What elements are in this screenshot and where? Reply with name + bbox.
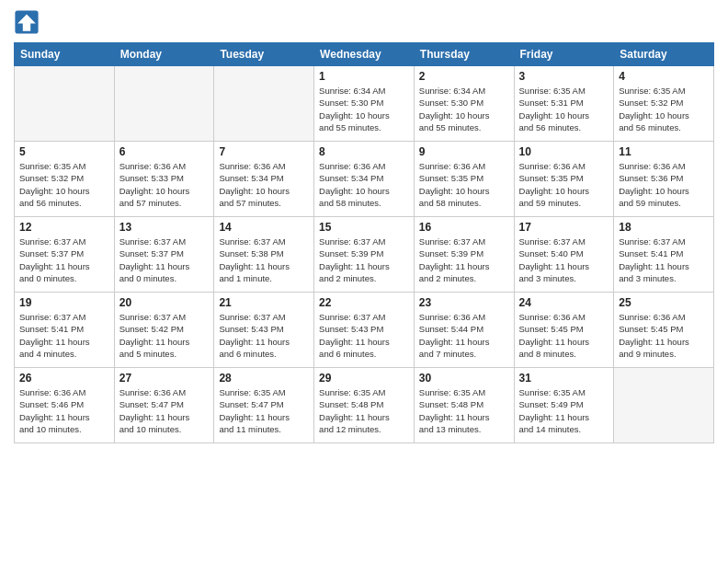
calendar-cell: 11Sunrise: 6:36 AM Sunset: 5:36 PM Dayli… [614, 142, 714, 217]
day-info: Sunrise: 6:37 AM Sunset: 5:43 PM Dayligh… [319, 311, 409, 360]
calendar-cell: 8Sunrise: 6:36 AM Sunset: 5:34 PM Daylig… [314, 142, 415, 217]
week-row-4: 19Sunrise: 6:37 AM Sunset: 5:41 PM Dayli… [15, 293, 714, 368]
calendar-cell: 14Sunrise: 6:37 AM Sunset: 5:38 PM Dayli… [214, 217, 314, 293]
day-info: Sunrise: 6:35 AM Sunset: 5:31 PM Dayligh… [519, 85, 609, 133]
week-row-2: 5Sunrise: 6:35 AM Sunset: 5:32 PM Daylig… [15, 142, 714, 217]
day-info: Sunrise: 6:36 AM Sunset: 5:46 PM Dayligh… [19, 386, 109, 435]
calendar-cell: 4Sunrise: 6:35 AM Sunset: 5:32 PM Daylig… [614, 66, 714, 142]
calendar-cell: 19Sunrise: 6:37 AM Sunset: 5:41 PM Dayli… [15, 293, 115, 368]
day-number: 25 [619, 296, 709, 309]
day-number: 16 [419, 221, 509, 234]
calendar-cell: 23Sunrise: 6:36 AM Sunset: 5:44 PM Dayli… [414, 293, 514, 368]
day-number: 28 [219, 372, 309, 385]
calendar-cell: 6Sunrise: 6:36 AM Sunset: 5:33 PM Daylig… [114, 142, 214, 217]
day-info: Sunrise: 6:36 AM Sunset: 5:34 PM Dayligh… [319, 160, 409, 209]
day-info: Sunrise: 6:35 AM Sunset: 5:49 PM Dayligh… [519, 386, 609, 435]
day-number: 3 [519, 70, 609, 83]
day-number: 29 [319, 372, 409, 385]
day-number: 13 [119, 221, 210, 234]
calendar-cell: 5Sunrise: 6:35 AM Sunset: 5:32 PM Daylig… [15, 142, 115, 217]
day-info: Sunrise: 6:37 AM Sunset: 5:40 PM Dayligh… [519, 236, 609, 284]
calendar-cell: 2Sunrise: 6:34 AM Sunset: 5:30 PM Daylig… [414, 66, 514, 142]
day-number: 7 [219, 145, 309, 158]
day-info: Sunrise: 6:36 AM Sunset: 5:35 PM Dayligh… [419, 160, 509, 209]
weekday-header-tuesday: Tuesday [214, 43, 314, 66]
calendar-cell: 28Sunrise: 6:35 AM Sunset: 5:47 PM Dayli… [214, 368, 314, 443]
day-info: Sunrise: 6:35 AM Sunset: 5:32 PM Dayligh… [619, 85, 709, 133]
day-number: 31 [519, 372, 609, 385]
calendar-cell: 7Sunrise: 6:36 AM Sunset: 5:34 PM Daylig… [214, 142, 314, 217]
day-number: 23 [419, 296, 509, 309]
day-info: Sunrise: 6:34 AM Sunset: 5:30 PM Dayligh… [419, 85, 509, 133]
day-info: Sunrise: 6:37 AM Sunset: 5:42 PM Dayligh… [119, 311, 210, 360]
day-number: 26 [19, 372, 109, 385]
weekday-header-wednesday: Wednesday [314, 43, 415, 66]
calendar-cell: 12Sunrise: 6:37 AM Sunset: 5:37 PM Dayli… [15, 217, 115, 293]
week-row-3: 12Sunrise: 6:37 AM Sunset: 5:37 PM Dayli… [15, 217, 714, 293]
weekday-header-friday: Friday [514, 43, 614, 66]
calendar-cell [114, 66, 214, 142]
calendar-cell: 15Sunrise: 6:37 AM Sunset: 5:39 PM Dayli… [314, 217, 415, 293]
calendar-cell [15, 66, 115, 142]
day-number: 12 [19, 221, 109, 234]
calendar-table: SundayMondayTuesdayWednesdayThursdayFrid… [14, 42, 714, 443]
day-info: Sunrise: 6:36 AM Sunset: 5:33 PM Dayligh… [119, 160, 210, 209]
calendar-cell: 9Sunrise: 6:36 AM Sunset: 5:35 PM Daylig… [414, 142, 514, 217]
day-number: 17 [519, 221, 609, 234]
day-number: 2 [419, 70, 509, 83]
weekday-header-thursday: Thursday [414, 43, 514, 66]
day-number: 6 [119, 145, 210, 158]
day-info: Sunrise: 6:37 AM Sunset: 5:37 PM Dayligh… [119, 236, 210, 284]
calendar-cell: 17Sunrise: 6:37 AM Sunset: 5:40 PM Dayli… [514, 217, 614, 293]
calendar-cell: 20Sunrise: 6:37 AM Sunset: 5:42 PM Dayli… [114, 293, 214, 368]
day-number: 19 [19, 296, 109, 309]
day-number: 4 [619, 70, 709, 83]
day-info: Sunrise: 6:36 AM Sunset: 5:44 PM Dayligh… [419, 311, 509, 360]
day-number: 9 [419, 145, 509, 158]
calendar-cell: 16Sunrise: 6:37 AM Sunset: 5:39 PM Dayli… [414, 217, 514, 293]
day-number: 1 [319, 70, 409, 83]
calendar-cell: 25Sunrise: 6:36 AM Sunset: 5:45 PM Dayli… [614, 293, 714, 368]
day-info: Sunrise: 6:35 AM Sunset: 5:48 PM Dayligh… [319, 386, 409, 435]
day-info: Sunrise: 6:36 AM Sunset: 5:45 PM Dayligh… [519, 311, 609, 360]
calendar-cell: 10Sunrise: 6:36 AM Sunset: 5:35 PM Dayli… [514, 142, 614, 217]
calendar-cell [614, 368, 714, 443]
day-info: Sunrise: 6:37 AM Sunset: 5:39 PM Dayligh… [419, 236, 509, 284]
day-info: Sunrise: 6:37 AM Sunset: 5:39 PM Dayligh… [319, 236, 409, 284]
day-number: 8 [319, 145, 409, 158]
day-number: 22 [319, 296, 409, 309]
calendar-cell: 22Sunrise: 6:37 AM Sunset: 5:43 PM Dayli… [314, 293, 415, 368]
calendar-cell: 27Sunrise: 6:36 AM Sunset: 5:47 PM Dayli… [114, 368, 214, 443]
calendar-cell: 31Sunrise: 6:35 AM Sunset: 5:49 PM Dayli… [514, 368, 614, 443]
page-container: SundayMondayTuesdayWednesdayThursdayFrid… [0, 0, 728, 453]
logo [14, 9, 43, 35]
calendar-cell: 30Sunrise: 6:35 AM Sunset: 5:48 PM Dayli… [414, 368, 514, 443]
day-info: Sunrise: 6:37 AM Sunset: 5:41 PM Dayligh… [619, 236, 709, 284]
day-number: 27 [119, 372, 210, 385]
day-number: 10 [519, 145, 609, 158]
calendar-cell: 29Sunrise: 6:35 AM Sunset: 5:48 PM Dayli… [314, 368, 415, 443]
logo-icon [14, 9, 40, 35]
week-row-1: 1Sunrise: 6:34 AM Sunset: 5:30 PM Daylig… [15, 66, 714, 142]
day-number: 18 [619, 221, 709, 234]
weekday-header-monday: Monday [114, 43, 214, 66]
day-info: Sunrise: 6:36 AM Sunset: 5:45 PM Dayligh… [619, 311, 709, 360]
day-info: Sunrise: 6:34 AM Sunset: 5:30 PM Dayligh… [319, 85, 409, 133]
calendar-cell: 18Sunrise: 6:37 AM Sunset: 5:41 PM Dayli… [614, 217, 714, 293]
day-number: 15 [319, 221, 409, 234]
weekday-header-saturday: Saturday [614, 43, 714, 66]
calendar-cell [214, 66, 314, 142]
calendar-cell: 26Sunrise: 6:36 AM Sunset: 5:46 PM Dayli… [15, 368, 115, 443]
day-info: Sunrise: 6:35 AM Sunset: 5:48 PM Dayligh… [419, 386, 509, 435]
weekday-header-sunday: Sunday [15, 43, 115, 66]
day-info: Sunrise: 6:37 AM Sunset: 5:41 PM Dayligh… [19, 311, 109, 360]
day-info: Sunrise: 6:36 AM Sunset: 5:35 PM Dayligh… [519, 160, 609, 209]
day-info: Sunrise: 6:37 AM Sunset: 5:37 PM Dayligh… [19, 236, 109, 284]
calendar-cell: 24Sunrise: 6:36 AM Sunset: 5:45 PM Dayli… [514, 293, 614, 368]
calendar-cell: 3Sunrise: 6:35 AM Sunset: 5:31 PM Daylig… [514, 66, 614, 142]
day-info: Sunrise: 6:35 AM Sunset: 5:32 PM Dayligh… [19, 160, 109, 209]
day-number: 24 [519, 296, 609, 309]
day-number: 21 [219, 296, 309, 309]
day-info: Sunrise: 6:36 AM Sunset: 5:36 PM Dayligh… [619, 160, 709, 209]
day-number: 5 [19, 145, 109, 158]
